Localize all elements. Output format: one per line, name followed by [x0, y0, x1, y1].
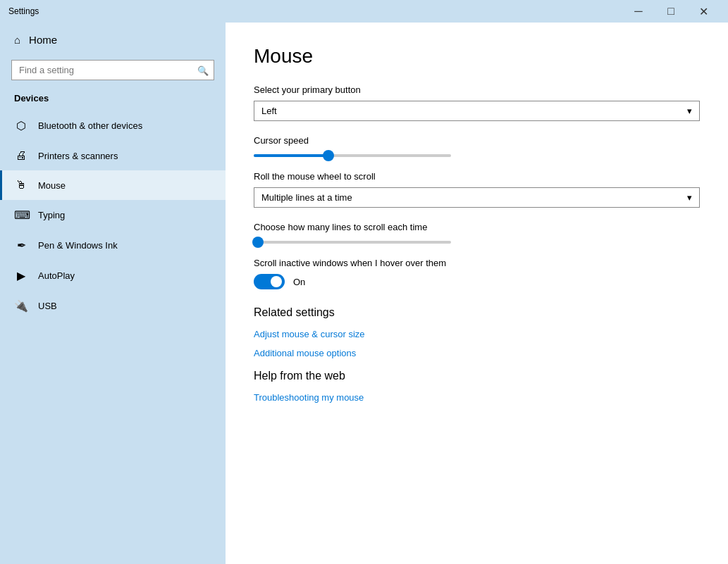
search-box: 🔍 — [11, 60, 214, 80]
primary-button-chevron: ▾ — [687, 106, 692, 116]
scroll-inactive-toggle-row: On — [254, 274, 700, 289]
window-controls: ─ □ ✕ — [622, 0, 720, 23]
sidebar-item-usb[interactable]: 🔌 USB — [0, 291, 226, 321]
link-additional-mouse-options[interactable]: Additional mouse options — [254, 348, 700, 358]
sidebar-item-pen-label: Pen & Windows Ink — [38, 240, 118, 251]
page-title: Mouse — [254, 45, 700, 68]
cursor-speed-thumb[interactable] — [323, 150, 334, 161]
sidebar-item-typing[interactable]: ⌨ Typing — [0, 200, 226, 230]
primary-button-value: Left — [261, 106, 277, 116]
pen-icon: ✒ — [14, 239, 28, 252]
scroll-wheel-chevron: ▾ — [687, 192, 692, 203]
cursor-speed-label: Cursor speed — [254, 135, 700, 146]
home-label: Home — [29, 34, 57, 46]
toggle-knob — [271, 276, 282, 287]
sidebar-item-autoplay-label: AutoPlay — [38, 270, 75, 281]
app-title: Settings — [8, 6, 39, 16]
sidebar-item-home[interactable]: ⌂ Home — [0, 23, 226, 57]
cursor-speed-track[interactable] — [254, 154, 451, 157]
printers-icon: 🖨 — [14, 149, 28, 162]
sidebar-section-label: Devices — [0, 89, 226, 111]
sidebar-item-mouse[interactable]: 🖱 Mouse — [0, 170, 226, 200]
cursor-speed-fill — [254, 154, 328, 157]
content-area: Mouse Select your primary button Left ▾ … — [226, 23, 728, 564]
scroll-wheel-dropdown[interactable]: Multiple lines at a time ▾ — [254, 187, 700, 208]
usb-icon: 🔌 — [14, 299, 28, 313]
help-title: Help from the web — [254, 370, 700, 382]
toggle-state-label: On — [293, 277, 305, 287]
bluetooth-icon: ⬡ — [14, 119, 28, 132]
close-button[interactable]: ✕ — [687, 0, 720, 23]
primary-button-label: Select your primary button — [254, 84, 700, 95]
home-icon: ⌂ — [14, 34, 20, 46]
lines-slider-container — [254, 241, 700, 244]
related-settings-title: Related settings — [254, 306, 700, 319]
minimize-button[interactable]: ─ — [622, 0, 655, 23]
titlebar: Settings ─ □ ✕ — [0, 0, 728, 23]
lines-scroll-label: Choose how many lines to scroll each tim… — [254, 222, 700, 232]
search-input[interactable] — [11, 60, 214, 80]
autoplay-icon: ▶ — [14, 269, 28, 282]
sidebar-item-printers-label: Printers & scanners — [38, 151, 118, 161]
link-mouse-cursor-size[interactable]: Adjust mouse & cursor size — [254, 329, 700, 339]
sidebar-item-printers[interactable]: 🖨 Printers & scanners — [0, 141, 226, 170]
sidebar-item-bluetooth-label: Bluetooth & other devices — [38, 120, 142, 131]
search-icon: 🔍 — [197, 65, 209, 75]
maximize-button[interactable]: □ — [655, 0, 687, 23]
cursor-speed-slider-container — [254, 154, 700, 157]
sidebar-item-pen[interactable]: ✒ Pen & Windows Ink — [0, 230, 226, 261]
sidebar-item-usb-label: USB — [38, 301, 57, 311]
scroll-inactive-toggle[interactable] — [254, 274, 285, 289]
mouse-icon: 🖱 — [14, 179, 28, 192]
lines-thumb[interactable] — [252, 237, 264, 248]
app-body: ⌂ Home 🔍 Devices ⬡ Bluetooth & other dev… — [0, 23, 728, 564]
sidebar-item-autoplay[interactable]: ▶ AutoPlay — [0, 261, 226, 291]
sidebar-item-bluetooth[interactable]: ⬡ Bluetooth & other devices — [0, 111, 226, 141]
scroll-inactive-label: Scroll inactive windows when I hover ove… — [254, 258, 700, 268]
primary-button-dropdown[interactable]: Left ▾ — [254, 101, 700, 121]
sidebar-item-mouse-label: Mouse — [38, 180, 66, 191]
lines-track[interactable] — [254, 241, 451, 244]
sidebar: ⌂ Home 🔍 Devices ⬡ Bluetooth & other dev… — [0, 23, 226, 564]
sidebar-item-typing-label: Typing — [38, 210, 65, 220]
link-troubleshoot-mouse[interactable]: Troubleshooting my mouse — [254, 392, 700, 403]
scroll-wheel-label: Roll the mouse wheel to scroll — [254, 171, 700, 182]
scroll-wheel-value: Multiple lines at a time — [261, 192, 352, 203]
typing-icon: ⌨ — [14, 208, 28, 222]
